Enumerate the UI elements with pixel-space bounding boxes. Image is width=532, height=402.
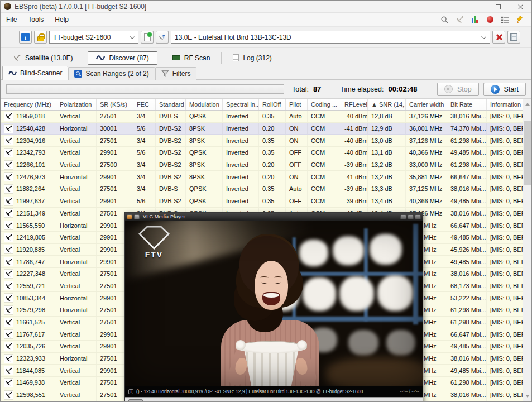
menu-tools[interactable]: Tools [22, 14, 49, 25]
satellite-export-button[interactable] [156, 31, 169, 44]
table-cell-rf: -39 dBm [341, 195, 368, 207]
column-header[interactable]: RollOff [259, 99, 286, 110]
column-header[interactable]: Modulation [186, 99, 223, 110]
table-cell-rf: -41 dBm [341, 123, 368, 135]
chart-icon[interactable] [470, 15, 480, 25]
vlc-close-button[interactable] [415, 214, 421, 219]
column-header[interactable]: Coding ... [308, 99, 341, 110]
column-header[interactable]: Carrier width [406, 99, 447, 110]
maximize-button[interactable] [487, 1, 509, 13]
title-bar: EBSpro (beta) 17.0.0.1 [TT-budget S2-160… [1, 1, 531, 13]
minimize-button[interactable] [464, 1, 487, 13]
close-button[interactable] [509, 1, 531, 13]
record-icon[interactable] [485, 15, 495, 25]
tab-log[interactable]: Log (312) [225, 52, 279, 64]
table-cell-bit: 49,485 Mbi... [447, 256, 487, 267]
save-button[interactable] [507, 31, 520, 44]
vlc-system-icon [134, 214, 140, 219]
lock-button[interactable] [34, 31, 47, 44]
column-header[interactable]: FEC [133, 99, 156, 110]
table-cell-bit: 66,647 Mbi... [447, 171, 487, 183]
column-header[interactable]: Frequency (MHz) [1, 99, 56, 110]
table-cell-bit: 74,370 Mbi... [447, 123, 487, 135]
table-cell-pol: Vertical [56, 317, 97, 328]
info-button[interactable]: i [19, 31, 32, 44]
menu-help[interactable]: Help [49, 14, 74, 25]
table-cell-carrier: 37,126 MHz [406, 135, 447, 146]
table-row[interactable]: 12342,793Vertical299015/6DVB-S2QPSKInver… [1, 147, 523, 159]
table-row[interactable]: 11959,018Vertical275013/4DVB-SQPSKInvert… [1, 111, 523, 123]
start-button[interactable]: Start [483, 83, 526, 96]
table-cell-sr: 27501 [97, 111, 133, 122]
subtab-label: Filters [172, 70, 191, 78]
subtab-scan-ranges[interactable]: Scan Ranges (2 of 2) [68, 67, 155, 80]
satellite-dish-icon [4, 378, 13, 387]
vlc-title-bar[interactable]: VLC Media Player [125, 213, 423, 221]
column-header[interactable]: Pilot [286, 99, 308, 110]
table-cell-sr: 27500 [97, 159, 133, 171]
column-header[interactable]: RFLevel [341, 99, 368, 110]
table-cell-coding: CCM [308, 183, 341, 195]
column-header[interactable]: SR (KS/s) [97, 99, 133, 110]
minimize-icon [473, 7, 478, 7]
table-row[interactable]: 12266,101Vertical275003/4DVB-S28PSKInver… [1, 159, 523, 171]
table-cell-bit: 66,647 Mbi... [447, 328, 487, 340]
table-cell-fec: 5/6 [133, 123, 156, 135]
column-header[interactable]: Bit Rate [447, 99, 487, 110]
device-select[interactable]: TT-budget S2-1600 [49, 31, 138, 44]
red-x-icon [495, 34, 502, 41]
table-row[interactable]: 11997,637Vertical299015/6DVB-S2QPSKInver… [1, 195, 523, 208]
satellite-dish-icon[interactable] [455, 15, 464, 25]
vlc-video-area: FTV [125, 221, 423, 386]
table-cell-bit: 38,016 Mbi... [447, 353, 487, 365]
table-cell-fec: 3/4 [133, 183, 156, 195]
table-cell-info: [MIS: 0, BER: 0 [487, 232, 523, 243]
tab-discover[interactable]: Discover (87) [88, 51, 157, 65]
list-icon[interactable] [500, 15, 510, 25]
seek-handle[interactable] [128, 399, 143, 402]
table-row[interactable]: 12304,916Vertical275013/4DVB-S28PSKInver… [1, 135, 523, 147]
stop-button[interactable]: Stop [437, 83, 479, 96]
column-header[interactable]: Polarization [56, 99, 97, 110]
satellite-select[interactable]: 13.0E - Eutelsat Hot Bird 13B-13C-13D [171, 31, 490, 44]
vlc-seek-bar[interactable] [125, 397, 423, 402]
subtab-blind-scanner[interactable]: Blind-Scanner [2, 66, 68, 80]
table-header-row: Frequency (MHz)PolarizationSR (KS/s)FECS… [1, 99, 531, 111]
column-header[interactable]: ▲ SNR (14,... [368, 99, 406, 110]
edit-pen-icon[interactable] [515, 15, 525, 25]
table-cell-pol: Horizontal [56, 292, 97, 304]
table-cell-bit: 68,173 Mbi... [447, 280, 487, 292]
delete-satellite-button[interactable] [492, 31, 505, 44]
column-header[interactable]: Standard [156, 99, 186, 110]
vlc-maximize-button[interactable] [408, 214, 414, 219]
satellite-dish-icon [4, 257, 13, 266]
satellite-dish-icon [4, 245, 13, 254]
table-cell-pilot: ON [286, 123, 308, 135]
vlc-minimize-button[interactable] [400, 214, 406, 219]
table-cell-pol: Vertical [56, 183, 97, 195]
table-cell-info: [MIS: 0, BER: 0 [487, 171, 523, 183]
menu-file[interactable]: File [1, 14, 22, 25]
table-cell-bit: 38,016 Mbi... [447, 268, 487, 280]
table-cell-spec: Inverted [223, 195, 259, 207]
table-cell-bit: 49,485 Mbi... [447, 232, 487, 243]
table-cell-freq: 10853,344 [1, 292, 56, 304]
stop-label: Stop [457, 85, 472, 93]
tab-satellite[interactable]: Satellite (13.0E) [5, 51, 80, 64]
table-row[interactable]: 11882,264Vertical275013/4DVB-SQPSKInvert… [1, 183, 523, 195]
table-cell-info: [MIS: 0, BER: 0 [487, 256, 523, 267]
table-row[interactable]: 12540,428Horizontal300015/6DVB-S28PSKInv… [1, 123, 523, 135]
table-cell-spec: Inverted [223, 135, 259, 146]
add-transponder-button[interactable] [141, 31, 154, 44]
table-row[interactable]: 12476,973Horizontal299013/4DVB-S28PSKInv… [1, 171, 523, 183]
table-cell-snr: 13,4 dB [368, 195, 406, 207]
tab-rf-scan[interactable]: RF Scan [165, 52, 218, 64]
search-icon[interactable] [440, 15, 449, 25]
table-cell-pol: Vertical [56, 389, 97, 401]
subtab-filters[interactable]: Filters [155, 67, 197, 80]
table-cell-snr: 12,9 dB [368, 123, 406, 135]
table-cell-info: [MIS: 0, BER: 0 [487, 195, 523, 207]
column-header[interactable]: Spectral in... [223, 99, 259, 110]
table-cell-info: [MIS: 0, BER: 0 [487, 208, 523, 219]
vertical-scrollbar[interactable] [523, 99, 531, 401]
